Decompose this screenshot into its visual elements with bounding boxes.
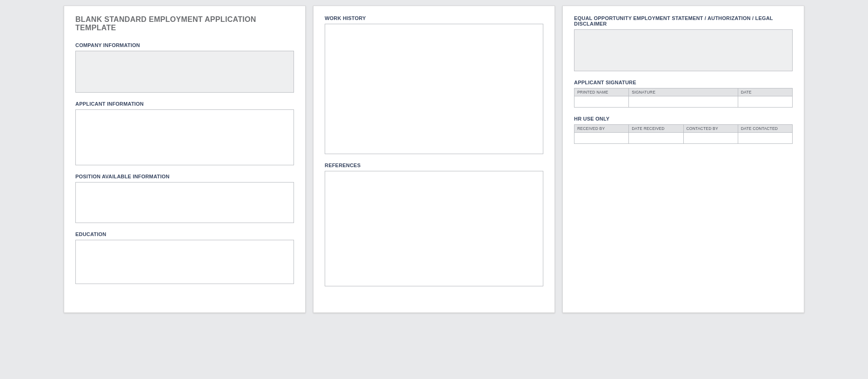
hr-table: RECEIVED BY DATE RECEIVED CONTACTED BY D…	[574, 124, 793, 144]
label-eoe-statement: EQUAL OPPORTUNITY EMPLOYMENT STATEMENT /…	[574, 15, 793, 27]
label-work-history: WORK HISTORY	[325, 15, 543, 21]
label-education: EDUCATION	[75, 231, 294, 237]
page-3: EQUAL OPPORTUNITY EMPLOYMENT STATEMENT /…	[562, 6, 804, 313]
box-references[interactable]	[325, 171, 543, 286]
label-applicant-info: APPLICANT INFORMATION	[75, 101, 294, 107]
cell-date-contacted[interactable]	[738, 133, 792, 144]
cell-date[interactable]	[738, 96, 792, 108]
box-education[interactable]	[75, 240, 294, 284]
label-company-info: COMPANY INFORMATION	[75, 42, 294, 48]
document-title: BLANK STANDARD EMPLOYMENT APPLICATION TE…	[75, 15, 294, 32]
box-position-info[interactable]	[75, 182, 294, 223]
box-work-history[interactable]	[325, 24, 543, 154]
page-1: BLANK STANDARD EMPLOYMENT APPLICATION TE…	[64, 6, 306, 313]
label-hr-use-only: HR USE ONLY	[574, 116, 793, 122]
page-2: WORK HISTORY REFERENCES	[313, 6, 555, 313]
signature-table: PRINTED NAME SIGNATURE DATE	[574, 88, 793, 108]
col-date: DATE	[738, 88, 792, 96]
col-contacted-by: CONTACTED BY	[683, 125, 738, 133]
cell-printed-name[interactable]	[574, 96, 629, 108]
col-date-contacted: DATE CONTACTED	[738, 125, 792, 133]
col-date-received: DATE RECEIVED	[629, 125, 683, 133]
box-eoe-statement[interactable]	[574, 29, 793, 71]
cell-date-received[interactable]	[629, 133, 683, 144]
cell-received-by[interactable]	[574, 133, 629, 144]
col-printed-name: PRINTED NAME	[574, 88, 629, 96]
box-applicant-info[interactable]	[75, 109, 294, 165]
col-received-by: RECEIVED BY	[574, 125, 629, 133]
cell-signature[interactable]	[629, 96, 738, 108]
col-signature: SIGNATURE	[629, 88, 738, 96]
label-references: REFERENCES	[325, 162, 543, 168]
label-position-info: POSITION AVAILABLE INFORMATION	[75, 174, 294, 179]
box-company-info[interactable]	[75, 51, 294, 93]
cell-contacted-by[interactable]	[683, 133, 738, 144]
label-applicant-signature: APPLICANT SIGNATURE	[574, 80, 793, 85]
